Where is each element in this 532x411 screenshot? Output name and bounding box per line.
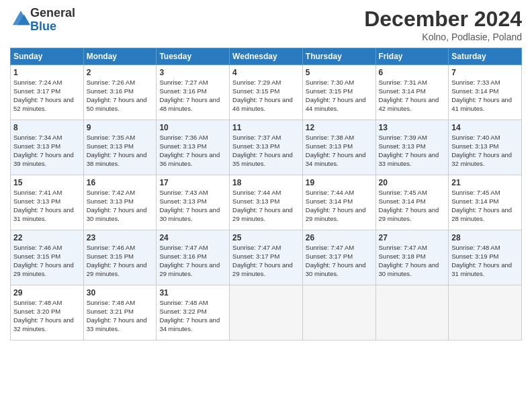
day-number: 15 [13, 177, 81, 188]
calendar-cell: 23Sunrise: 7:46 AMSunset: 3:15 PMDayligh… [83, 230, 157, 285]
calendar-header-thursday: Thursday [302, 48, 375, 65]
calendar: SundayMondayTuesdayWednesdayThursdayFrid… [10, 48, 522, 340]
day-number: 20 [379, 177, 446, 188]
day-number: 9 [87, 122, 154, 133]
day-number: 26 [306, 232, 373, 243]
calendar-cell: 13Sunrise: 7:39 AMSunset: 3:13 PMDayligh… [375, 120, 449, 175]
calendar-cell [375, 285, 449, 340]
day-number: 8 [13, 122, 81, 133]
calendar-cell: 9Sunrise: 7:35 AMSunset: 3:13 PMDaylight… [83, 120, 157, 175]
calendar-cell: 18Sunrise: 7:44 AMSunset: 3:13 PMDayligh… [230, 175, 303, 230]
calendar-cell: 2Sunrise: 7:26 AMSunset: 3:16 PMDaylight… [83, 65, 157, 120]
calendar-cell [230, 285, 303, 340]
calendar-header-tuesday: Tuesday [157, 48, 230, 65]
page-container: General Blue December 2024 Kolno, Podlas… [0, 0, 532, 411]
logo-text: General Blue [30, 7, 75, 34]
calendar-row: 22Sunrise: 7:46 AMSunset: 3:15 PMDayligh… [11, 230, 522, 285]
calendar-cell: 25Sunrise: 7:47 AMSunset: 3:17 PMDayligh… [230, 230, 303, 285]
calendar-header-saturday: Saturday [449, 48, 522, 65]
calendar-cell: 14Sunrise: 7:40 AMSunset: 3:13 PMDayligh… [449, 120, 522, 175]
logo-icon [11, 9, 30, 28]
calendar-cell: 31Sunrise: 7:48 AMSunset: 3:22 PMDayligh… [157, 285, 230, 340]
day-number: 31 [159, 287, 226, 298]
day-number: 21 [451, 177, 519, 188]
day-number: 1 [13, 67, 81, 78]
calendar-cell: 29Sunrise: 7:48 AMSunset: 3:20 PMDayligh… [11, 285, 84, 340]
calendar-cell: 15Sunrise: 7:41 AMSunset: 3:13 PMDayligh… [11, 175, 84, 230]
day-number: 16 [87, 177, 154, 188]
day-number: 10 [159, 122, 226, 133]
calendar-cell: 12Sunrise: 7:38 AMSunset: 3:13 PMDayligh… [302, 120, 375, 175]
calendar-row: 1Sunrise: 7:24 AMSunset: 3:17 PMDaylight… [11, 65, 522, 120]
day-number: 5 [306, 67, 373, 78]
calendar-cell: 22Sunrise: 7:46 AMSunset: 3:15 PMDayligh… [11, 230, 84, 285]
calendar-row: 8Sunrise: 7:34 AMSunset: 3:13 PMDaylight… [11, 120, 522, 175]
day-number: 28 [451, 232, 519, 243]
logo-general: General [30, 6, 75, 19]
calendar-cell: 30Sunrise: 7:48 AMSunset: 3:21 PMDayligh… [83, 285, 157, 340]
day-number: 12 [306, 122, 373, 133]
calendar-cell: 11Sunrise: 7:37 AMSunset: 3:13 PMDayligh… [230, 120, 303, 175]
day-number: 27 [379, 232, 446, 243]
day-number: 29 [13, 287, 81, 298]
calendar-cell: 17Sunrise: 7:43 AMSunset: 3:13 PMDayligh… [157, 175, 230, 230]
main-title: December 2024 [364, 7, 522, 32]
calendar-row: 15Sunrise: 7:41 AMSunset: 3:13 PMDayligh… [11, 175, 522, 230]
day-number: 23 [87, 232, 154, 243]
calendar-header-friday: Friday [375, 48, 449, 65]
day-number: 14 [451, 122, 519, 133]
day-number: 24 [159, 232, 226, 243]
calendar-header-wednesday: Wednesday [230, 48, 303, 65]
calendar-cell: 6Sunrise: 7:31 AMSunset: 3:14 PMDaylight… [375, 65, 449, 120]
logo: General Blue [10, 7, 75, 34]
day-number: 25 [232, 232, 300, 243]
day-number: 17 [159, 177, 226, 188]
calendar-header-row: SundayMondayTuesdayWednesdayThursdayFrid… [11, 48, 522, 65]
title-block: December 2024 Kolno, Podlasie, Poland [364, 7, 522, 42]
calendar-cell: 10Sunrise: 7:36 AMSunset: 3:13 PMDayligh… [157, 120, 230, 175]
subtitle: Kolno, Podlasie, Poland [364, 32, 522, 42]
calendar-header-monday: Monday [83, 48, 157, 65]
calendar-row: 29Sunrise: 7:48 AMSunset: 3:20 PMDayligh… [11, 285, 522, 340]
calendar-cell: 5Sunrise: 7:30 AMSunset: 3:15 PMDaylight… [302, 65, 375, 120]
day-number: 22 [13, 232, 81, 243]
calendar-cell [302, 285, 375, 340]
calendar-cell: 21Sunrise: 7:45 AMSunset: 3:14 PMDayligh… [449, 175, 522, 230]
calendar-cell: 16Sunrise: 7:42 AMSunset: 3:13 PMDayligh… [83, 175, 157, 230]
calendar-cell: 4Sunrise: 7:29 AMSunset: 3:15 PMDaylight… [230, 65, 303, 120]
calendar-cell: 24Sunrise: 7:47 AMSunset: 3:16 PMDayligh… [157, 230, 230, 285]
calendar-cell: 28Sunrise: 7:48 AMSunset: 3:19 PMDayligh… [449, 230, 522, 285]
calendar-cell: 26Sunrise: 7:47 AMSunset: 3:17 PMDayligh… [302, 230, 375, 285]
day-number: 30 [87, 287, 154, 298]
logo-blue: Blue [30, 19, 56, 33]
day-number: 2 [87, 67, 154, 78]
calendar-cell: 1Sunrise: 7:24 AMSunset: 3:17 PMDaylight… [11, 65, 84, 120]
day-number: 7 [451, 67, 519, 78]
calendar-cell: 7Sunrise: 7:33 AMSunset: 3:14 PMDaylight… [449, 65, 522, 120]
calendar-cell: 27Sunrise: 7:47 AMSunset: 3:18 PMDayligh… [375, 230, 449, 285]
day-number: 11 [232, 122, 300, 133]
day-number: 13 [379, 122, 446, 133]
day-number: 3 [159, 67, 226, 78]
day-number: 19 [306, 177, 373, 188]
calendar-cell: 19Sunrise: 7:44 AMSunset: 3:14 PMDayligh… [302, 175, 375, 230]
day-number: 4 [232, 67, 300, 78]
calendar-cell: 8Sunrise: 7:34 AMSunset: 3:13 PMDaylight… [11, 120, 84, 175]
day-number: 18 [232, 177, 300, 188]
calendar-cell: 3Sunrise: 7:27 AMSunset: 3:16 PMDaylight… [157, 65, 230, 120]
calendar-cell: 20Sunrise: 7:45 AMSunset: 3:14 PMDayligh… [375, 175, 449, 230]
calendar-cell [449, 285, 522, 340]
calendar-header-sunday: Sunday [11, 48, 84, 65]
header: General Blue December 2024 Kolno, Podlas… [10, 7, 522, 42]
day-number: 6 [379, 67, 446, 78]
